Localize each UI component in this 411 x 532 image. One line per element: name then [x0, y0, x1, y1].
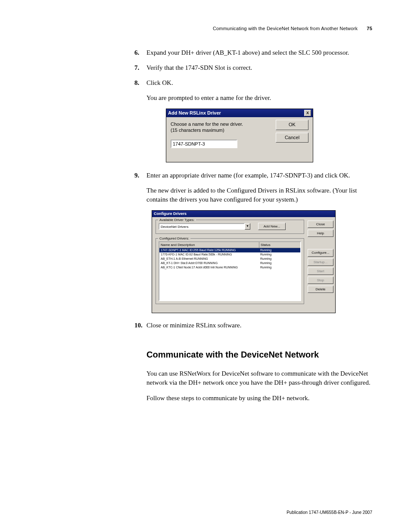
step-9: 9. Enter an appropriate driver name (for… — [146, 171, 372, 313]
step-number: 10. — [134, 321, 143, 330]
driver-status-cell: Running — [259, 248, 300, 252]
close-icon[interactable]: X — [304, 110, 311, 116]
fieldset-legend: Available Driver Types: — [158, 218, 196, 222]
step-text: Close or minimize RSLinx software. — [146, 322, 241, 329]
step-6: 6. Expand your DH+ driver (AB_KT-1 above… — [146, 48, 372, 57]
combobox-value: DeviceNet Drivers — [159, 223, 245, 230]
publication-footer: Publication 1747-UM655B-EN-P - June 2007 — [286, 510, 372, 515]
close-button[interactable]: Close — [308, 221, 333, 228]
configure-drivers-dialog: Configure Drivers Available Driver Types… — [152, 210, 336, 313]
page-header: Communicating with the DeviceNet Network… — [39, 26, 372, 31]
step-text: Verify that the 1747-SDN Slot is correct… — [146, 64, 252, 71]
driver-name-cell: AB_ETH-1 A-B Ethernet RUNNING — [159, 257, 259, 261]
configure-button[interactable]: Configure... — [308, 249, 333, 256]
table-row[interactable]: 1770-KFD-1 MAC ID:62 Baud Rate:500k - RU… — [159, 252, 300, 257]
help-button[interactable]: Help — [308, 230, 333, 237]
driver-name-input[interactable] — [171, 140, 237, 148]
driver-name-cell: AB_KTC-1 CNet Node:17 Addr:d000 Intr:Non… — [159, 265, 259, 270]
step-8: 8. Click OK. You are prompted to enter a… — [146, 78, 372, 162]
driver-name-cell: 1770-KFD-1 MAC ID:62 Baud Rate:500k - RU… — [159, 252, 259, 257]
chapter-title: Communicating with the DeviceNet Network… — [213, 26, 358, 31]
step-10: 10. Close or minimize RSLinx software. — [146, 321, 372, 330]
body-paragraph: Follow these steps to communicate by usi… — [146, 394, 372, 403]
step-9-result: The new driver is added to the Configure… — [146, 186, 372, 204]
step-8-result: You are prompted to enter a name for the… — [146, 93, 372, 103]
step-text: Expand your DH+ driver (AB_KT-1 above) a… — [146, 49, 349, 56]
page-number: 75 — [367, 26, 372, 31]
step-number: 7. — [134, 63, 139, 72]
chevron-down-icon[interactable]: ▼ — [245, 223, 250, 230]
delete-button[interactable]: Delete — [308, 286, 333, 293]
configured-drivers-list[interactable]: Name and Description Status 1747-SDNPT-3… — [159, 241, 301, 301]
table-header: Name and Description Status — [159, 242, 300, 248]
table-row[interactable]: 1747-SDNPT-3 MAC ID:255 Baud Rate:125k R… — [159, 248, 300, 252]
column-status: Status — [259, 242, 300, 248]
add-new-rslinx-driver-dialog: Add New RSLinx Driver X Choose a name fo… — [166, 109, 313, 162]
step-text: Enter an appropriate driver name (for ex… — [146, 172, 350, 179]
start-button[interactable]: Start — [308, 268, 333, 275]
driver-type-combobox[interactable]: DeviceNet Drivers ▼ — [159, 223, 250, 230]
driver-name-cell: AB_KT-1 DH+ Sta:0 Addr:D700 RUNNING — [159, 261, 259, 265]
fieldset-legend: Configured Drivers: — [158, 236, 190, 241]
table-row[interactable]: AB_KTC-1 CNet Node:17 Addr:d000 Intr:Non… — [159, 265, 300, 270]
step-7: 7. Verify that the 1747-SDN Slot is corr… — [146, 63, 372, 72]
prompt-line-2: (15 characters maximum) — [171, 128, 224, 133]
step-text: Click OK. — [146, 79, 173, 86]
stop-button[interactable]: Stop — [308, 277, 333, 284]
available-driver-types-fieldset: Available Driver Types: DeviceNet Driver… — [156, 220, 304, 234]
table-row[interactable]: AB_ETH-1 A-B Ethernet RUNNINGRunning — [159, 257, 300, 261]
dialog-titlebar: Configure Drivers — [152, 211, 335, 217]
dialog-title: Add New RSLinx Driver — [168, 110, 221, 116]
driver-status-cell: Running — [259, 261, 300, 265]
prompt-line-1: Choose a name for the new driver. — [171, 121, 243, 127]
column-name: Name and Description — [159, 242, 259, 248]
startup-button[interactable]: Startup... — [308, 258, 333, 266]
add-new-button[interactable]: Add New... — [258, 223, 286, 230]
driver-status-cell: Running — [259, 265, 300, 270]
cancel-button[interactable]: Cancel — [276, 133, 308, 143]
step-number: 8. — [134, 78, 139, 87]
ok-button[interactable]: OK — [276, 120, 308, 130]
step-number: 6. — [134, 48, 139, 57]
table-row[interactable]: AB_KT-1 DH+ Sta:0 Addr:D700 RUNNINGRunni… — [159, 261, 300, 265]
driver-status-cell: Running — [259, 257, 300, 261]
body-paragraph: You can use RSNetWorx for DeviceNet soft… — [146, 369, 372, 387]
step-number: 9. — [134, 171, 139, 180]
section-heading-communicate: Communicate with the DeviceNet Network — [146, 350, 372, 360]
dialog-titlebar: Add New RSLinx Driver X — [166, 109, 313, 117]
driver-name-cell: 1747-SDNPT-3 MAC ID:255 Baud Rate:125k R… — [159, 248, 259, 252]
configured-drivers-fieldset: Configured Drivers: Name and Description… — [156, 238, 304, 304]
driver-status-cell: Running — [259, 252, 300, 257]
dialog-prompt: Choose a name for the new driver. (15 ch… — [171, 121, 248, 134]
